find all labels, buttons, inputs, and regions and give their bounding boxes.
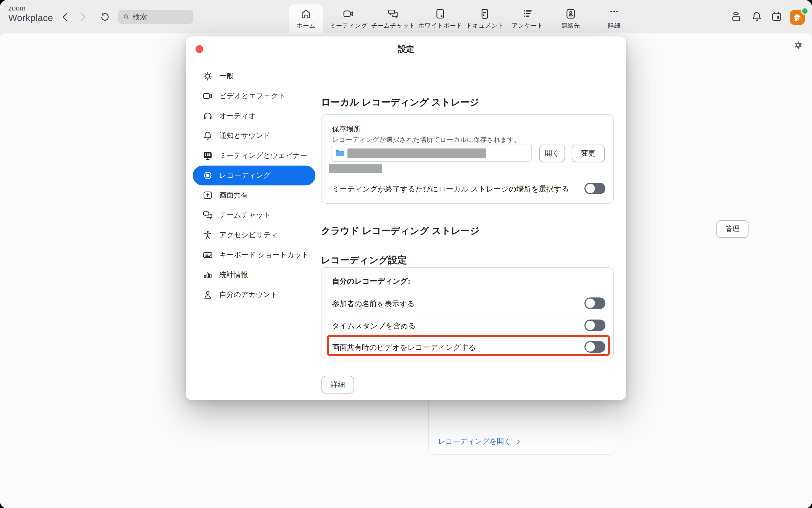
chevron-right-icon xyxy=(516,438,522,444)
advanced-button[interactable]: 詳細 xyxy=(321,376,354,393)
tab-label: ミーティング xyxy=(330,22,368,30)
my-recordings-label: 自分のレコーディング: xyxy=(332,277,410,287)
presence-dot xyxy=(801,7,809,15)
team-chat-icon xyxy=(202,210,213,221)
screen: zoom Workplace ホームミーティングチームチャットホワイト xyxy=(0,0,812,508)
tab-label: ホワイトボード xyxy=(418,22,462,30)
notifications-bell-icon[interactable] xyxy=(751,10,763,23)
local-storage-card: 保存場所 レコーディングが選択された場所でローカルに保存されます。 開く 変更 … xyxy=(321,114,614,204)
tab-label: 連絡先 xyxy=(561,22,580,30)
tab-label: アンケート xyxy=(512,22,543,30)
save-location-desc: レコーディングが選択された場所でローカルに保存されます。 xyxy=(332,135,520,144)
sidebar-item-account[interactable]: 自分のアカウント xyxy=(193,285,315,305)
manage-button[interactable]: 管理 xyxy=(717,220,748,238)
local-storage-heading: ローカル レコーディング ストレージ xyxy=(321,96,479,109)
save-location-field[interactable] xyxy=(331,144,532,162)
sidebar-item-label: 画面共有 xyxy=(219,190,248,200)
highlight-rectangle xyxy=(327,335,610,356)
app-window: zoom Workplace ホームミーティングチームチャットホワイト xyxy=(0,0,812,508)
toggle-label: 参加者の名前を表示する xyxy=(332,299,415,309)
tab-home[interactable]: ホーム xyxy=(289,4,323,33)
save-location-label: 保存場所 xyxy=(332,124,361,134)
connect-device-icon[interactable] xyxy=(730,10,742,23)
sidebar-item-label: 自分のアカウント xyxy=(219,290,278,300)
sidebar-item-record[interactable]: レコーディング xyxy=(193,166,315,185)
accessibility-icon xyxy=(202,229,213,241)
sidebar-item-accessibility[interactable]: アクセシビリティ xyxy=(193,225,315,245)
cloud-storage-heading: クラウド レコーディング ストレージ xyxy=(321,225,479,237)
primary-tabs: ホームミーティングチームチャットホワイトボードドキュメントアンケート連絡先詳細 xyxy=(0,0,812,33)
toggle-label: タイムスタンプを含める xyxy=(332,321,416,331)
meetings-icon xyxy=(343,8,355,20)
recording-settings-card: 自分のレコーディング: 参加者の名前を表示するタイムスタンプを含める画面共有時の… xyxy=(321,267,614,359)
sidebar-item-bell[interactable]: 通知とサウンド xyxy=(193,126,315,146)
sidebar-item-label: オーディオ xyxy=(219,111,256,121)
whiteboard-icon xyxy=(434,8,446,20)
folder-icon xyxy=(335,149,345,157)
top-bar: zoom Workplace ホームミーティングチームチャットホワイト xyxy=(0,0,812,33)
choose-location-toggle-label: ミーティングが終了するたびにローカル ストレージの場所を選択する xyxy=(332,184,569,194)
sidebar-item-keyboard[interactable]: キーボード ショートカット xyxy=(193,245,315,265)
sidebar-item-team-chat[interactable]: チームチャット xyxy=(193,205,315,225)
tab-surveys[interactable]: アンケート xyxy=(504,4,551,33)
settings-dialog: 設定 一般ビデオとエフェクトオーディオ通知とサウンドミーティングとウェビナーレコ… xyxy=(186,36,626,400)
keyboard-icon xyxy=(202,249,213,260)
toggle-switch[interactable] xyxy=(584,297,606,309)
dialog-header: 設定 xyxy=(186,36,626,62)
sidebar-item-label: 統計情報 xyxy=(219,270,248,280)
video-camera-icon xyxy=(202,90,213,101)
sidebar-item-label: キーボード ショートカット xyxy=(219,250,309,260)
sidebar-item-gear[interactable]: 一般 xyxy=(193,66,315,86)
save-location-redacted-path xyxy=(347,148,486,158)
open-recordings-link[interactable]: レコーディングを開く xyxy=(438,436,522,447)
toggle-switch[interactable] xyxy=(584,319,606,331)
bell-icon xyxy=(202,130,213,141)
calendar-icon[interactable] xyxy=(771,10,783,23)
team-chat-icon xyxy=(387,8,399,20)
surveys-icon xyxy=(521,8,534,20)
tab-label: 詳細 xyxy=(608,22,621,30)
sidebar-item-meeting-screen[interactable]: ミーティングとウェビナー xyxy=(193,146,315,166)
home-icon xyxy=(300,8,312,20)
sidebar-item-video-camera[interactable]: ビデオとエフェクト xyxy=(193,86,315,106)
redacted-text xyxy=(329,164,382,173)
tab-label: ホーム xyxy=(297,22,315,30)
settings-sidebar: 一般ビデオとエフェクトオーディオ通知とサウンドミーティングとウェビナーレコーディ… xyxy=(193,66,315,305)
tab-label: ドキュメント xyxy=(466,22,504,30)
sidebar-item-label: 通知とサウンド xyxy=(219,131,270,141)
open-recordings-label: レコーディングを開く xyxy=(438,436,511,447)
recording-settings-heading: レコーディング設定 xyxy=(321,254,407,266)
settings-gear-icon[interactable] xyxy=(793,40,803,50)
sidebar-item-screen-share[interactable]: 画面共有 xyxy=(193,185,315,205)
change-button[interactable]: 変更 xyxy=(572,144,605,162)
account-icon xyxy=(202,289,213,300)
contacts-icon xyxy=(565,8,577,20)
record-icon xyxy=(202,170,213,181)
headphones-icon xyxy=(202,111,213,121)
sidebar-item-label: アクセシビリティ xyxy=(219,230,278,240)
sidebar-item-headphones[interactable]: オーディオ xyxy=(193,106,315,126)
more-icon xyxy=(608,8,620,20)
meeting-screen-icon xyxy=(202,150,213,161)
sidebar-item-stats[interactable]: 統計情報 xyxy=(193,265,315,285)
tab-contacts[interactable]: 連絡先 xyxy=(553,4,587,33)
choose-location-toggle[interactable] xyxy=(584,183,606,194)
sidebar-item-label: ビデオとエフェクト xyxy=(219,91,285,101)
tab-documents[interactable]: ドキュメント xyxy=(458,4,512,33)
screen-share-icon xyxy=(202,190,213,201)
sidebar-item-label: チームチャット xyxy=(219,210,271,220)
tab-more[interactable]: 詳細 xyxy=(601,4,628,33)
documents-icon xyxy=(479,8,491,20)
sidebar-item-label: レコーディング xyxy=(219,171,271,180)
dialog-title: 設定 xyxy=(186,36,626,62)
open-button[interactable]: 開く xyxy=(539,144,565,162)
recordings-card: レコーディングを開く xyxy=(428,397,615,455)
tab-label: チームチャット xyxy=(371,22,415,30)
sidebar-item-label: 一般 xyxy=(219,71,234,81)
sidebar-item-label: ミーティングとウェビナー xyxy=(219,151,307,161)
stats-icon xyxy=(202,269,213,280)
gear-icon xyxy=(202,71,213,82)
